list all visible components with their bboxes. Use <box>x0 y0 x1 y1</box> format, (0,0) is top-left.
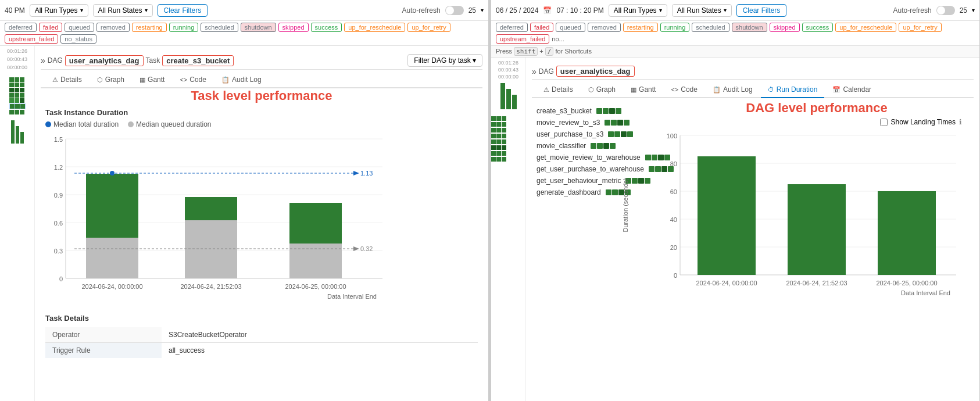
status-sq <box>624 120 630 126</box>
tab-details-right[interactable]: ⚠ Details <box>537 82 580 98</box>
tab-run-duration[interactable]: ⏱ Run Duration <box>761 82 825 98</box>
tab-code[interactable]: <> Code <box>173 72 213 88</box>
list-item[interactable]: user_purchase_to_s3 <box>532 128 660 140</box>
left-chart-section: Task Instance Duration Median total dura… <box>41 108 482 309</box>
tag-upstream-failed[interactable]: upstream_failed <box>5 34 58 44</box>
detail-value-trigger-rule: all_success <box>162 343 478 359</box>
list-item[interactable]: get_user_purchase_to_warehouse <box>532 163 660 175</box>
calendar-icon: 📅 <box>832 86 840 94</box>
task-label: get_movie_review_to_warehouse <box>537 153 641 162</box>
svg-text:2024-06-24, 21:52:03: 2024-06-24, 21:52:03 <box>180 283 241 290</box>
task-label: create_s3_bucket <box>537 107 592 115</box>
tag-deferred[interactable]: deferred <box>5 23 37 32</box>
table-row: Trigger Rule all_success <box>45 343 478 359</box>
tag-restarting[interactable]: restarting <box>132 23 167 32</box>
graph-icon: ⬡ <box>97 76 103 84</box>
status-cell <box>20 77 24 82</box>
task-status-row <box>491 145 525 150</box>
tag-skipped[interactable]: skipped <box>770 23 800 32</box>
svg-text:2024-06-25, 00:00:00: 2024-06-25, 00:00:00 <box>285 283 346 290</box>
list-item[interactable]: movie_classifier <box>532 140 660 152</box>
svg-text:0: 0 <box>674 272 677 279</box>
tag-running[interactable]: running <box>169 23 199 32</box>
tag-failed[interactable]: failed <box>39 23 62 32</box>
tag-shutdown[interactable]: shutdown <box>241 23 276 32</box>
svg-text:1.13: 1.13 <box>360 170 373 177</box>
tag-up-for-retry[interactable]: up_for_retry <box>899 23 941 32</box>
tag-removed[interactable]: removed <box>96 23 130 32</box>
tab-details[interactable]: ⚠ Details <box>45 72 89 88</box>
left-run-types-dropdown[interactable]: All Run Types ▾ <box>30 4 88 17</box>
dag-duration-chart: Duration (seconds) 100 80 60 40 20 0 <box>660 130 962 304</box>
tag-success[interactable]: success <box>311 23 342 32</box>
right-clear-filters-button[interactable]: Clear Filters <box>736 4 787 17</box>
status-sq <box>617 120 623 126</box>
tag-restarting[interactable]: restarting <box>623 23 658 32</box>
run-duration-icon: ⏱ <box>768 86 774 93</box>
task-name-badge[interactable]: create_s3_bucket <box>162 55 234 66</box>
list-item[interactable]: movie_review_to_s3 <box>532 117 660 128</box>
task-status-icons <box>591 143 616 149</box>
tag-up-for-retry[interactable]: up_for_retry <box>407 23 450 32</box>
tag-up-for-reschedule[interactable]: up_for_reschedule <box>835 23 896 32</box>
right-dag-name-badge[interactable]: user_analytics_dag <box>556 66 635 77</box>
tab-calendar[interactable]: 📅 Calendar <box>825 82 878 98</box>
tag-queued[interactable]: queued <box>65 23 94 32</box>
collapse-button[interactable]: » <box>41 56 45 65</box>
list-item[interactable]: get_user_behaviour_metric <box>532 175 660 187</box>
tag-failed[interactable]: failed <box>530 23 553 32</box>
status-sq <box>491 134 496 138</box>
svg-text:2024-06-24, 00:00:00: 2024-06-24, 00:00:00 <box>696 280 757 287</box>
svg-text:Data Interval End: Data Interval End <box>901 289 950 296</box>
tag-removed[interactable]: removed <box>588 23 621 32</box>
right-tabs-bar: ⚠ Details ⬡ Graph ▦ Gantt <> Code 📋 A <box>532 82 974 98</box>
tag-up-for-reschedule[interactable]: up_for_reschedule <box>344 23 405 32</box>
right-tags-bar: deferred failed queued removed restartin… <box>491 21 979 46</box>
tag-shutdown[interactable]: shutdown <box>732 23 767 32</box>
tag-scheduled[interactable]: scheduled <box>201 23 238 32</box>
tab-gantt[interactable]: ▦ Gantt <box>133 72 171 88</box>
tab-graph-right[interactable]: ⬡ Graph <box>581 82 623 98</box>
status-sq <box>502 151 506 156</box>
list-item[interactable]: get_movie_review_to_warehouse <box>532 152 660 163</box>
dag-name-badge[interactable]: user_analytics_dag <box>65 55 144 66</box>
list-item[interactable]: create_s3_bucket <box>532 105 660 117</box>
filter-dag-by-task-button[interactable]: Filter DAG by task ▾ <box>407 54 482 67</box>
tag-running[interactable]: running <box>660 23 690 32</box>
bar-2-queued <box>185 220 237 278</box>
status-cell <box>9 110 14 114</box>
status-cell <box>9 77 14 82</box>
tag-queued[interactable]: queued <box>556 23 585 32</box>
right-run-types-dropdown[interactable]: All Run Types ▾ <box>609 4 667 17</box>
tag-scheduled[interactable]: scheduled <box>692 23 729 32</box>
tag-no-status[interactable]: no_status <box>60 34 96 44</box>
right-breadcrumb-bar: » DAG user_analytics_dag <box>532 63 974 80</box>
list-item[interactable]: generate_dashboard <box>532 187 660 198</box>
mini-bar <box>11 120 15 144</box>
tag-success[interactable]: success <box>802 23 834 32</box>
tag-skipped[interactable]: skipped <box>278 23 309 32</box>
status-sq <box>614 131 620 137</box>
mini-grid-row <box>9 77 26 82</box>
tag-deferred[interactable]: deferred <box>496 23 528 32</box>
tab-gantt-right[interactable]: ▦ Gantt <box>624 82 663 98</box>
left-run-states-dropdown[interactable]: All Run States ▾ <box>93 4 153 17</box>
right-run-states-dropdown[interactable]: All Run States ▾ <box>672 4 732 17</box>
right-auto-refresh-toggle[interactable] <box>936 6 955 15</box>
left-auto-refresh-toggle[interactable] <box>445 6 464 15</box>
task-status-row <box>491 128 525 133</box>
svg-text:1.2: 1.2 <box>54 164 63 171</box>
task-duration-chart: Duration (seconds) 1.5 1.2 0.9 0.6 0.3 0 <box>45 133 394 307</box>
tab-graph[interactable]: ⬡ Graph <box>90 72 131 88</box>
left-clear-filters-button[interactable]: Clear Filters <box>158 4 208 17</box>
right-collapse-button[interactable]: » <box>532 67 537 76</box>
tag-upstream-failed[interactable]: upstream_failed <box>496 34 549 44</box>
mini-grid-row <box>9 98 26 103</box>
task-label: generate_dashboard <box>537 188 601 196</box>
code-icon: <> <box>180 76 187 83</box>
tab-code-right[interactable]: <> Code <box>664 82 704 98</box>
left-auto-refresh-label: Auto-refresh <box>402 6 441 15</box>
tab-audit-log[interactable]: 📋 Audit Log <box>214 72 269 88</box>
tab-audit-log-right[interactable]: 📋 Audit Log <box>706 82 760 98</box>
show-landing-times-checkbox[interactable] <box>880 119 888 126</box>
